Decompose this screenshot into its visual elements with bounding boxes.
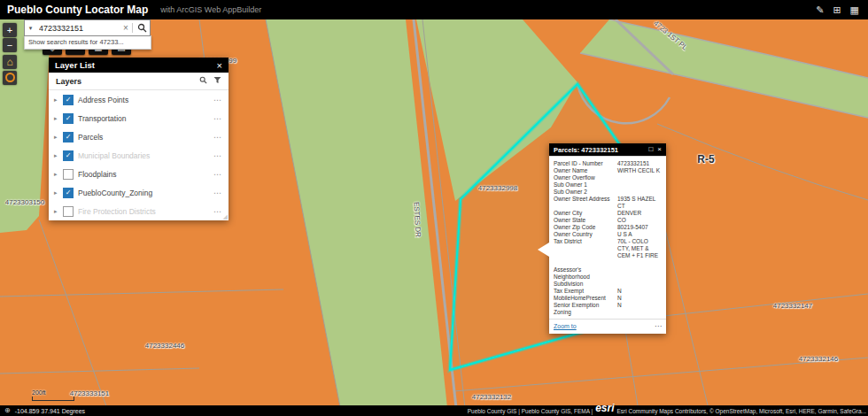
layer-checkbox[interactable]: ✓ <box>63 206 74 217</box>
field-label: Assessor's Neighborhood <box>554 266 617 281</box>
field-value <box>617 174 662 181</box>
layer-checkbox[interactable]: ✓ <box>63 188 74 198</box>
search-divider <box>132 23 133 33</box>
search-icon[interactable] <box>134 23 150 33</box>
zoom-out-button[interactable]: − <box>3 38 17 52</box>
app-header: Pueblo County Locator Map with ArcGIS We… <box>0 0 868 19</box>
layer-menu-icon[interactable]: ⋯ <box>213 170 223 179</box>
layer-checkbox[interactable]: ✓ <box>63 95 74 105</box>
layer-item-pueblocounty-zoning[interactable]: ▸ ✓ PuebloCounty_Zoning ⋯ <box>49 183 229 202</box>
field-value <box>617 181 662 189</box>
popup-row: Assessor's Neighborhood <box>554 266 662 281</box>
search-suggestion[interactable]: Show search results for 47233... <box>24 35 151 50</box>
field-label: Owner Zip Code <box>554 224 617 231</box>
layer-menu-icon[interactable]: ⋯ <box>213 151 223 160</box>
zoom-to-link[interactable]: Zoom to <box>554 323 577 329</box>
field-label: Zoning <box>554 309 617 316</box>
layer-item-address-points[interactable]: ▸ ✓ Address Points ⋯ <box>49 90 229 109</box>
field-value: CO <box>617 217 662 224</box>
popup-title: Parcels: 4723332151 <box>554 146 618 154</box>
field-label: MobileHomePresent <box>554 295 617 302</box>
resize-handle-icon[interactable]: ◢ <box>223 213 228 220</box>
field-value: 1935 S HAZEL CT <box>617 196 662 210</box>
locate-button[interactable] <box>3 71 17 85</box>
check-icon: ✓ <box>66 189 72 196</box>
layer-item-municipal-boundaries[interactable]: ▸ ✓ Municipal Boundaries ⋯ <box>49 146 229 165</box>
field-value <box>617 281 662 288</box>
popup-row: Subdivision <box>554 281 662 288</box>
widgets-icon[interactable]: ▦ <box>850 0 859 19</box>
parcel-label: 4723333151 <box>70 389 110 397</box>
popup-menu-icon[interactable]: ⋯ <box>655 322 662 330</box>
expand-icon[interactable]: ▸ <box>54 152 62 159</box>
search-widget: ▾ × <box>24 19 151 36</box>
field-label: Owner Name <box>554 167 617 174</box>
field-label: Sub Owner 1 <box>554 181 617 189</box>
expand-icon[interactable]: ▸ <box>54 171 62 178</box>
layer-menu-icon[interactable]: ⋯ <box>213 133 223 142</box>
field-value <box>617 266 662 281</box>
popup-row: Owner CityDENVER <box>554 210 662 217</box>
popup-row: Owner Street Address1935 S HAZEL CT <box>554 196 662 210</box>
expand-icon[interactable]: ▸ <box>54 96 62 104</box>
layer-item-floodplains[interactable]: ▸ ✓ Floodplains ⋯ <box>49 165 229 183</box>
layer-menu-icon[interactable]: ⋯ <box>213 189 223 197</box>
scale-bar: 200ft <box>32 389 74 401</box>
clear-search-icon[interactable]: × <box>120 23 131 33</box>
field-label: Owner City <box>554 210 617 217</box>
field-value: N <box>617 288 662 295</box>
app-window: 4723332999 4723332998 4723303150 R-5 472… <box>0 0 868 416</box>
field-label: Tax District <box>554 238 617 259</box>
layer-search-icon[interactable] <box>199 76 207 86</box>
search-input[interactable] <box>36 24 120 33</box>
layer-item-transportation[interactable]: ▸ ✓ Transportation ⋯ <box>49 109 229 127</box>
layer-label: Fire Protection Districts <box>78 207 213 216</box>
zoning-label: R-5 <box>697 153 714 166</box>
field-value: N <box>617 302 662 309</box>
layer-checkbox[interactable]: ✓ <box>63 132 74 143</box>
layer-item-fire-protection-districts[interactable]: ▸ ✓ Fire Protection Districts ⋯ <box>49 202 229 220</box>
expand-icon[interactable]: ▸ <box>54 115 62 122</box>
popup-header[interactable]: Parcels: 4723332151 □ × <box>549 143 666 156</box>
layer-label: PuebloCounty_Zoning <box>78 189 213 197</box>
apps-grid-icon[interactable]: ⊞ <box>833 0 841 19</box>
esri-logo: esri <box>595 402 614 414</box>
close-icon[interactable]: × <box>217 60 222 71</box>
zoom-in-button[interactable]: + <box>3 23 17 37</box>
layer-menu-icon[interactable]: ⋯ <box>213 96 223 104</box>
check-icon: ✓ <box>66 152 72 159</box>
layer-checkbox[interactable]: ✓ <box>63 113 74 124</box>
layer-list-header: Layer List × <box>49 58 229 73</box>
layer-checkbox[interactable]: ✓ <box>63 150 74 161</box>
layer-checkbox[interactable]: ✓ <box>63 169 74 180</box>
home-extent-button[interactable]: ⌂ <box>3 55 17 69</box>
layer-menu-icon[interactable]: ⋯ <box>213 207 223 216</box>
layer-item-parcels[interactable]: ▸ ✓ Parcels ⋯ <box>49 127 229 146</box>
layer-filter-icon[interactable] <box>213 76 221 86</box>
close-icon[interactable]: × <box>657 143 662 156</box>
attribution-text-left: Pueblo County GIS | Pueblo County GIS, F… <box>468 408 593 414</box>
edit-icon[interactable]: ✎ <box>816 0 824 19</box>
parcel-label: 4723332147 <box>773 302 813 310</box>
field-label: Sub Owner 2 <box>554 189 617 196</box>
expand-icon[interactable]: ▸ <box>54 134 62 141</box>
popup-row: Owner NameWIRTH CECIL K <box>554 167 662 174</box>
field-value: 70L - COLO CTY, MET & CEM + F1 FIRE <box>617 238 662 259</box>
popup-header-icons: □ × <box>648 143 662 156</box>
layer-list-tools <box>199 76 221 86</box>
coordinates-icon[interactable]: ⊕ <box>4 405 11 416</box>
page-subtitle: with ArcGIS Web AppBuilder <box>160 5 261 14</box>
expand-icon[interactable]: ▸ <box>54 208 62 215</box>
layer-list-title: Layer List <box>55 60 95 70</box>
popup-pointer <box>538 243 549 257</box>
field-label: Owner State <box>554 217 617 224</box>
parcel-label: 4723332146 <box>799 355 839 363</box>
field-value: 80219-5407 <box>617 224 662 231</box>
layer-menu-icon[interactable]: ⋯ <box>213 114 223 123</box>
maximize-icon[interactable]: □ <box>648 143 653 156</box>
expand-icon[interactable]: ▸ <box>54 189 62 196</box>
field-label: Subdivision <box>554 281 617 288</box>
layer-label: Parcels <box>78 133 213 142</box>
search-source-dropdown-icon[interactable]: ▾ <box>25 25 36 32</box>
popup-row: Owner Overflow <box>554 174 662 181</box>
